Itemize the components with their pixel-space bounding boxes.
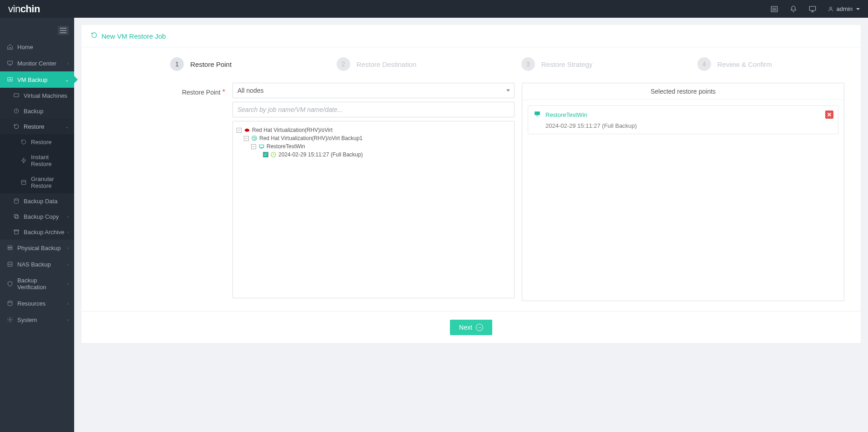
- sidebar-item-vm-backup[interactable]: VM VM Backup ⌄: [0, 71, 74, 88]
- sidebar-item-resources[interactable]: Resources ‹: [0, 295, 74, 311]
- topbar: vinchin admin: [0, 0, 868, 18]
- home-icon: [6, 43, 14, 50]
- svg-rect-4: [809, 6, 816, 10]
- next-button[interactable]: Next: [450, 320, 492, 335]
- chevron-left-icon: ‹: [67, 301, 69, 306]
- sidebar-item-backup-data[interactable]: Backup Data: [0, 193, 74, 209]
- chevron-down-icon: ⌄: [65, 124, 69, 129]
- sidebar-item-label: Monitor Center: [17, 60, 56, 67]
- tree-node-restore-point[interactable]: 2024-02-29 15:11:27 (Full Backup): [237, 151, 510, 159]
- sidebar-item-label: System: [17, 316, 37, 323]
- svg-rect-19: [14, 214, 17, 217]
- step-number: 4: [697, 57, 711, 71]
- sidebar-item-label: Home: [17, 44, 33, 50]
- step-label: Restore Point: [190, 60, 232, 68]
- sidebar-item-label: Backup: [24, 108, 43, 115]
- restore-point-tree: − Red Hat Virtualization(RHV)/oVirt − Re…: [232, 121, 515, 298]
- sidebar-item-label: Resources: [17, 300, 45, 307]
- tree-label: Red Hat Virtualization(RHV)/oVirt Backup…: [259, 135, 363, 141]
- sidebar-item-physical-backup[interactable]: Physical Backup ‹: [0, 240, 74, 256]
- sidebar-item-backup[interactable]: Backup: [0, 103, 74, 119]
- step-label: Review & Confirm: [717, 60, 772, 68]
- system-icon: [6, 316, 14, 323]
- sidebar-item-granular-restore[interactable]: Granular Restore: [0, 171, 74, 193]
- sidebar-item-home[interactable]: Home: [0, 39, 74, 55]
- sidebar-item-label: Restore: [24, 123, 45, 130]
- chevron-left-icon: ‹: [67, 262, 69, 267]
- logo: vinchin: [8, 3, 40, 15]
- step-review-confirm[interactable]: 4 Review & Confirm: [697, 57, 772, 71]
- step-restore-destination[interactable]: 2 Restore Destination: [337, 57, 417, 71]
- refresh-icon: [91, 31, 98, 40]
- collapse-icon[interactable]: −: [244, 136, 249, 141]
- user-label: admin: [837, 5, 853, 12]
- svg-rect-35: [535, 111, 540, 115]
- menu-toggle[interactable]: [58, 26, 69, 35]
- tree-node-vm[interactable]: − RestoreTestWin: [237, 142, 510, 151]
- collapse-icon[interactable]: −: [237, 128, 242, 133]
- sidebar-item-instant-restore[interactable]: Instant Restore: [0, 150, 74, 171]
- backup-icon: [13, 107, 20, 115]
- search-input[interactable]: [232, 102, 515, 117]
- sidebar-item-system[interactable]: System ‹: [0, 311, 74, 328]
- backup-archive-icon: [13, 228, 20, 236]
- step-restore-strategy[interactable]: 3 Restore Strategy: [521, 57, 593, 71]
- sidebar-item-monitor-center[interactable]: Monitor Center ‹: [0, 55, 74, 71]
- tree-label: RestoreTestWin: [267, 143, 305, 150]
- step-restore-point[interactable]: 1 Restore Point: [170, 57, 232, 71]
- sidebar-item-backup-copy[interactable]: Backup Copy ‹: [0, 209, 74, 224]
- instant-restore-icon: [20, 157, 27, 164]
- bell-icon[interactable]: [789, 5, 797, 13]
- clock-icon: [270, 151, 277, 158]
- checkbox-checked-icon[interactable]: [263, 152, 268, 157]
- svg-text:VM: VM: [9, 79, 12, 81]
- svg-point-26: [8, 301, 12, 303]
- resources-icon: [6, 300, 14, 307]
- sidebar-item-label: Backup Verification: [17, 277, 67, 291]
- monitor-icon[interactable]: [808, 5, 817, 13]
- redhat-icon: [243, 126, 251, 134]
- restore-icon: [13, 123, 20, 130]
- svg-rect-32: [260, 145, 263, 147]
- sidebar-item-backup-verification[interactable]: Backup Verification ‹: [0, 272, 74, 295]
- sidebar-item-nas-backup[interactable]: NAS Backup ‹: [0, 256, 74, 272]
- svg-rect-36: [536, 116, 539, 116]
- vm-icon: [258, 143, 265, 150]
- svg-point-30: [252, 136, 257, 141]
- sidebar-item-restore-sub[interactable]: Restore: [0, 134, 74, 150]
- step-number: 3: [521, 57, 535, 71]
- sidebar-item-backup-archive[interactable]: Backup Archive ‹: [0, 224, 74, 240]
- card-header: New VM Restore Job: [81, 25, 861, 47]
- chevron-left-icon: ‹: [67, 281, 69, 286]
- sidebar-item-label: Restore: [31, 139, 52, 146]
- tree-node-job[interactable]: − Red Hat Virtualization(RHV)/oVirt Back…: [237, 134, 510, 142]
- svg-rect-15: [21, 180, 25, 184]
- sidebar-item-restore[interactable]: Restore ⌄: [0, 119, 74, 134]
- sidebar-item-label: Granular Restore: [31, 176, 69, 189]
- sidebar-item-label: Backup Archive: [24, 229, 65, 236]
- node-select[interactable]: All nodes: [232, 83, 515, 98]
- sidebar-item-label: Backup Data: [24, 198, 57, 205]
- sidebar-item-label: Instant Restore: [31, 154, 69, 167]
- svg-rect-12: [14, 94, 19, 97]
- selected-restore-detail: 2024-02-29 15:11:27 (Full Backup): [534, 122, 833, 129]
- step-number: 2: [337, 57, 350, 71]
- chevron-down-icon: ⌄: [65, 77, 69, 82]
- chevron-down-icon: [856, 8, 860, 10]
- collapse-icon[interactable]: −: [251, 144, 256, 149]
- list-icon[interactable]: [770, 5, 778, 13]
- sidebar-item-virtual-machines[interactable]: Virtual Machines: [0, 88, 74, 103]
- physical-backup-icon: [6, 244, 14, 251]
- chevron-left-icon: ‹: [67, 214, 69, 219]
- selected-vm-name: RestoreTestWin: [545, 111, 587, 118]
- sidebar: Home Monitor Center ‹ VM VM Backup ⌄ Vir…: [0, 18, 74, 432]
- svg-rect-21: [15, 231, 18, 234]
- remove-button[interactable]: [825, 111, 833, 119]
- sidebar-item-label: Virtual Machines: [24, 92, 67, 99]
- tree-node-platform[interactable]: − Red Hat Virtualization(RHV)/oVirt: [237, 126, 510, 134]
- chevron-left-icon: ‹: [67, 246, 69, 251]
- card: New VM Restore Job 1 Restore Point 2 Res…: [81, 25, 861, 343]
- svg-rect-33: [261, 148, 263, 149]
- user-menu[interactable]: admin: [828, 5, 860, 12]
- svg-point-29: [246, 129, 249, 131]
